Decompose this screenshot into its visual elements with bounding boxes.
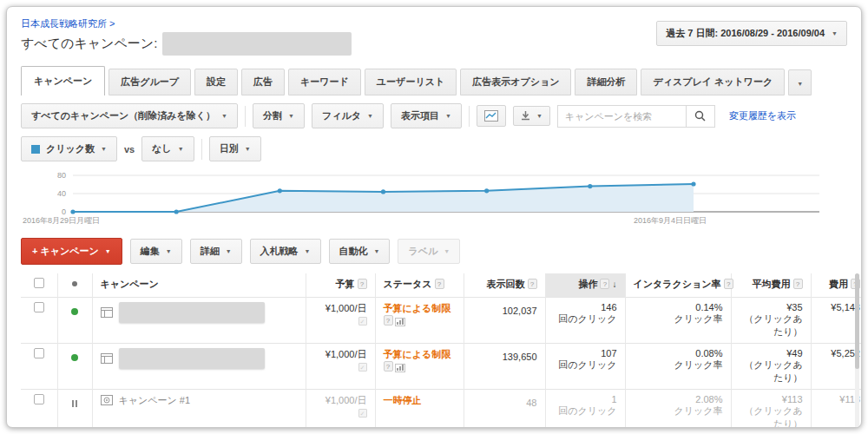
new-campaign-button[interactable]: + キャンペーン ▼ xyxy=(21,238,122,265)
action-bar: + キャンペーン ▼ 編集 ▼ 詳細 ▼ 入札戦略 ▼ 自動化 ▼ ラベル ▼ xyxy=(21,238,847,265)
search-group xyxy=(557,105,715,128)
budget-indicator-icon: ✓ xyxy=(358,363,367,372)
labels-dropdown[interactable]: ラベル ▼ xyxy=(398,239,460,264)
details-label: 詳細 xyxy=(201,245,220,258)
tab-display-network[interactable]: ディスプレイ ネットワーク xyxy=(641,69,785,95)
details-dropdown[interactable]: 詳細 ▼ xyxy=(190,239,242,264)
page-title: すべてのキャンペーン: xyxy=(21,36,157,52)
help-icon[interactable]: ? xyxy=(384,315,393,326)
automation-dropdown[interactable]: 自動化 ▼ xyxy=(329,239,391,264)
help-icon[interactable]: ? xyxy=(384,361,393,372)
divider xyxy=(201,139,202,160)
columns-label: 表示項目 xyxy=(401,109,439,122)
divider xyxy=(245,106,246,127)
status-chart-icon[interactable] xyxy=(395,318,405,326)
row-checkbox[interactable] xyxy=(34,302,44,312)
chevron-down-icon: ▼ xyxy=(374,248,380,254)
paused-status-icon xyxy=(72,400,77,407)
help-icon[interactable]: ? xyxy=(435,279,444,289)
chevron-down-icon: ▼ xyxy=(245,146,251,152)
columns-dropdown[interactable]: 表示項目 ▼ xyxy=(391,103,462,128)
budget-value[interactable]: ¥1,000/日 xyxy=(326,349,367,359)
col-campaign[interactable]: キャンペーン xyxy=(92,273,306,297)
edit-dropdown[interactable]: 編集 ▼ xyxy=(130,239,182,264)
interval-dropdown[interactable]: 日別 ▼ xyxy=(209,136,261,161)
table-header-row: キャンペーン 予算 ? ステータス ? 表示回数 ? 操作 ? ↓ インタラクシ… xyxy=(21,273,862,297)
segment-label: 分割 xyxy=(263,109,282,122)
tab-campaigns[interactable]: キャンペーン xyxy=(21,66,105,95)
help-icon[interactable]: ? xyxy=(724,279,733,289)
col-impressions[interactable]: 表示回数 ? xyxy=(464,273,545,297)
chevron-down-icon: ▼ xyxy=(101,146,107,152)
col-interaction-rate[interactable]: インタラクション率 ? xyxy=(625,273,731,297)
impressions-value: 139,650 xyxy=(503,352,537,362)
change-history-link[interactable]: 変更履歴を表示 xyxy=(729,109,796,122)
chevron-down-icon: ▼ xyxy=(288,113,294,119)
budget-value[interactable]: ¥1,000/日 xyxy=(326,395,367,405)
toolbar: すべてのキャンペーン（削除済みを除く） ▼ 分割 ▼ フィルタ ▼ 表示項目 ▼ xyxy=(21,103,847,128)
tab-ad-groups[interactable]: 広告グループ xyxy=(108,69,191,95)
sort-desc-icon: ↓ xyxy=(613,279,617,289)
bid-strategy-dropdown[interactable]: 入札戦略 ▼ xyxy=(250,239,321,264)
primary-metric-dropdown[interactable]: クリック数 ▼ xyxy=(21,136,117,161)
tab-settings[interactable]: 設定 xyxy=(194,69,238,95)
col-interactions-sorted[interactable]: 操作 ? ↓ xyxy=(545,273,625,297)
metric-color-swatch-icon xyxy=(31,145,40,154)
date-range-selector[interactable]: 過去 7 日間: 2016/08/29 - 2016/09/04 ▼ xyxy=(656,21,847,46)
campaign-filter-dropdown[interactable]: すべてのキャンペーン（削除済みを除く） ▼ xyxy=(21,103,238,128)
help-icon[interactable]: ? xyxy=(528,279,537,289)
chevron-down-icon: ▼ xyxy=(221,113,227,119)
tab-ad-extensions[interactable]: 広告表示オプション xyxy=(460,69,571,95)
redacted-campaign-name[interactable] xyxy=(119,348,265,369)
divider xyxy=(469,106,470,127)
secondary-metric-dropdown[interactable]: なし ▼ xyxy=(141,136,194,161)
tab-audiences[interactable]: ユーザーリスト xyxy=(365,69,457,95)
clicks-sub-label: 回のクリック xyxy=(554,358,617,372)
redacted-campaign-name[interactable] xyxy=(119,302,265,323)
filter-dropdown[interactable]: フィルタ ▼ xyxy=(312,103,384,128)
automation-label: 自動化 xyxy=(339,245,368,258)
search-button[interactable] xyxy=(686,105,715,128)
chevron-down-icon: ▼ xyxy=(178,146,184,152)
enabled-status-icon xyxy=(71,308,78,315)
chevron-down-icon: ▼ xyxy=(797,81,803,87)
avg-cost-sub-label: （クリックあたり） xyxy=(740,404,803,429)
help-icon[interactable]: ? xyxy=(600,279,609,289)
avg-cost-value: ¥113 xyxy=(782,394,803,404)
tab-dimensions[interactable]: 詳細分析 xyxy=(575,69,637,95)
enabled-status-icon xyxy=(71,354,78,361)
download-icon xyxy=(521,111,530,121)
status-chart-icon[interactable] xyxy=(395,364,405,372)
tab-overflow-menu[interactable]: ▼ xyxy=(788,69,812,95)
rate-sub-label: クリック率 xyxy=(634,312,723,326)
table-scrollbar[interactable] xyxy=(855,273,859,428)
scrollbar-thumb[interactable] xyxy=(855,273,859,369)
chevron-down-icon: ▼ xyxy=(226,248,232,254)
help-icon[interactable]: ? xyxy=(793,279,803,289)
rate-value: 2.08% xyxy=(695,394,722,404)
select-all-checkbox[interactable] xyxy=(34,278,44,288)
rate-value: 0.14% xyxy=(695,302,722,312)
col-budget[interactable]: 予算 ? xyxy=(306,273,375,297)
clicks-value: 1 xyxy=(611,394,616,404)
adwords-main-panel: 日本成長戦略研究所 > すべてのキャンペーン: 過去 7 日間: 2016/08… xyxy=(6,6,862,428)
table-row: ¥1,000/日✓ 予算による制限 ? 139,650 107回のクリック 0.… xyxy=(21,343,862,389)
budget-value[interactable]: ¥1,000/日 xyxy=(326,303,367,313)
col-avg-cost[interactable]: 平均費用 ? xyxy=(731,273,811,297)
rate-sub-label: クリック率 xyxy=(634,404,723,418)
search-input[interactable] xyxy=(557,105,686,128)
search-campaign-icon xyxy=(101,307,113,318)
segment-dropdown[interactable]: 分割 ▼ xyxy=(253,103,305,128)
search-icon xyxy=(694,110,706,122)
impressions-value: 48 xyxy=(526,398,536,408)
col-status[interactable]: ステータス ? xyxy=(375,273,464,297)
row-checkbox[interactable] xyxy=(34,394,44,404)
download-button[interactable]: ▼ xyxy=(513,106,550,126)
campaign-name-link[interactable]: キャンペーン #1 xyxy=(119,394,191,407)
chevron-down-icon: ▼ xyxy=(105,248,111,254)
toggle-graph-button[interactable] xyxy=(477,105,506,127)
row-checkbox[interactable] xyxy=(34,348,44,358)
tab-ads[interactable]: 広告 xyxy=(241,69,285,95)
tab-keywords[interactable]: キーワード xyxy=(288,69,361,95)
help-icon[interactable]: ? xyxy=(358,279,367,289)
